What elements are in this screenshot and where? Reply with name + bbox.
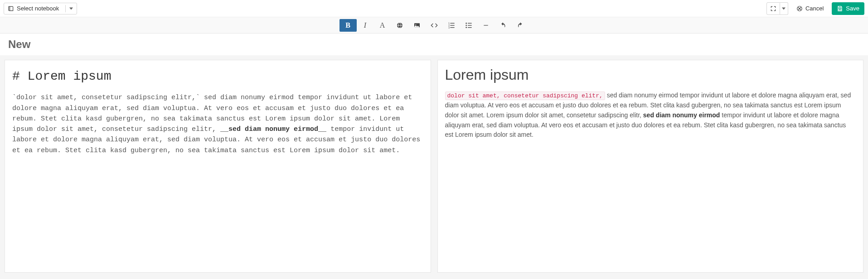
minus-icon (483, 22, 489, 29)
notebook-select[interactable]: Select notebook (4, 3, 77, 14)
svg-rect-13 (450, 27, 454, 28)
code-button[interactable] (426, 19, 443, 32)
svg-rect-15 (468, 23, 472, 23)
save-label: Save (846, 5, 859, 12)
top-right-controls: Cancel Save (766, 2, 864, 15)
cancel-button[interactable]: Cancel (792, 2, 828, 15)
top-left-controls: Select notebook (4, 3, 77, 14)
cancel-label: Cancel (805, 5, 824, 12)
expand-button[interactable] (766, 2, 780, 15)
notebook-select-main: Select notebook (8, 5, 63, 12)
notebook-select-caret[interactable] (65, 5, 73, 12)
save-icon (837, 5, 843, 12)
redo-button[interactable] (512, 19, 529, 32)
svg-point-14 (466, 23, 467, 24)
svg-rect-17 (468, 25, 472, 25)
svg-rect-2 (839, 9, 841, 10)
font-icon: A (380, 21, 385, 29)
unordered-list-button[interactable] (460, 19, 477, 32)
preview-bold: sed diam nonumy eirmod (643, 111, 720, 119)
undo-button[interactable] (495, 19, 512, 32)
unordered-list-icon (465, 22, 472, 29)
ordered-list-icon: 123 (448, 22, 455, 29)
top-bar: Select notebook Cancel (0, 0, 868, 17)
editor-pane[interactable]: # Lorem ipsum`dolor sit amet, consetetur… (5, 60, 431, 273)
font-button[interactable]: A (374, 19, 391, 32)
editor-heading-line: # Lorem ipsum (12, 67, 423, 86)
notebook-icon (8, 5, 14, 12)
ordered-list-button[interactable]: 123 (443, 19, 460, 32)
hr-button[interactable] (477, 19, 495, 32)
editor-bold-span: __sed diam nonumy eirmod__ (220, 125, 326, 133)
preview-paragraph: dolor sit amet, consetetur sadipscing el… (445, 91, 856, 140)
italic-icon: I (364, 21, 366, 29)
preview-code-span: dolor sit amet, consetetur sadipscing el… (445, 91, 605, 100)
split-view: # Lorem ipsum`dolor sit amet, consetetur… (0, 55, 868, 277)
undo-icon (499, 22, 507, 29)
svg-rect-20 (484, 25, 488, 25)
format-toolbar: B I A 123 (339, 19, 529, 32)
expand-caret[interactable] (780, 2, 788, 15)
format-toolbar-row: B I A 123 (0, 17, 868, 34)
title-bar (0, 34, 868, 55)
expand-group (766, 2, 788, 15)
save-button[interactable]: Save (832, 2, 864, 15)
svg-point-7 (415, 24, 416, 25)
svg-rect-9 (450, 23, 454, 23)
svg-point-16 (466, 24, 467, 26)
image-button[interactable] (408, 19, 426, 32)
cancel-icon (796, 5, 803, 12)
link-button[interactable] (391, 19, 408, 32)
code-icon (431, 22, 438, 29)
redo-icon (517, 22, 524, 29)
globe-icon (396, 22, 403, 29)
bold-icon: B (345, 21, 350, 29)
editor-code-span: `dolor sit amet, consetetur sadipscing e… (12, 94, 200, 101)
image-icon (413, 22, 421, 29)
editor-content[interactable]: # Lorem ipsum`dolor sit amet, consetetur… (12, 67, 423, 156)
svg-text:3: 3 (448, 26, 450, 29)
bold-button[interactable]: B (339, 19, 357, 32)
note-title-input[interactable] (8, 36, 860, 53)
svg-rect-19 (468, 27, 472, 28)
preview-pane: Lorem ipsum dolor sit amet, consetetur s… (437, 60, 864, 273)
svg-point-18 (466, 27, 467, 28)
preview-heading: Lorem ipsum (445, 67, 856, 83)
expand-icon (770, 5, 776, 12)
italic-button[interactable]: I (357, 19, 374, 32)
notebook-select-label: Select notebook (17, 5, 59, 12)
svg-rect-11 (450, 25, 454, 25)
